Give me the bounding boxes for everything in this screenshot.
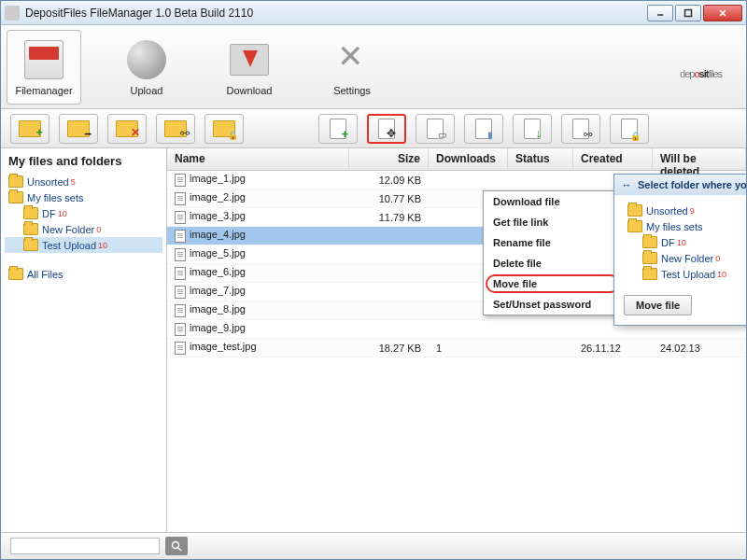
file-link-button[interactable]	[561, 114, 600, 144]
context-menu-item[interactable]: Set/Unset password	[484, 294, 622, 315]
cabinet-icon	[21, 37, 66, 82]
folder-icon	[627, 220, 642, 232]
context-menu-item[interactable]: Get file link	[484, 212, 622, 232]
dialog-tree-item[interactable]: DF10	[624, 234, 746, 250]
delete-file-button[interactable]	[464, 114, 503, 144]
move-file-button[interactable]	[367, 114, 406, 144]
file-icon	[175, 192, 186, 205]
search-button[interactable]	[165, 537, 188, 555]
file-move-icon	[378, 119, 395, 139]
count-badge: 10	[717, 270, 726, 279]
action-toolbar	[1, 109, 746, 148]
folder-minus-icon	[67, 120, 90, 137]
tab-upload[interactable]: Upload	[109, 30, 184, 105]
col-status[interactable]: Status	[508, 148, 573, 170]
file-icon	[175, 230, 186, 243]
dialog-tree-item[interactable]: Test Upload10	[624, 266, 746, 282]
brand-logo: depositfiles	[680, 49, 722, 85]
file-icon	[175, 323, 186, 336]
tree-label: My files sets	[646, 221, 703, 232]
tree-label: Unsorted	[27, 176, 69, 188]
folder-icon	[23, 239, 38, 251]
file-icon	[175, 267, 186, 280]
context-menu: Download fileGet file linkRename fileDel…	[483, 190, 623, 315]
cell-name: image_8.jpg	[167, 303, 349, 316]
close-button[interactable]	[703, 5, 742, 21]
statusbar	[1, 533, 746, 559]
search-icon	[171, 540, 182, 552]
dialog-tree-item[interactable]: Unsorted9	[624, 203, 746, 218]
dialog-title: Select folder where you want to move fil…	[638, 179, 746, 190]
search-input[interactable]	[10, 538, 160, 554]
count-badge: 0	[96, 225, 101, 234]
file-plus-icon	[330, 119, 346, 139]
folder-lock-button[interactable]	[204, 114, 244, 144]
sidebar-item[interactable]: Unsorted5	[5, 174, 162, 189]
cell-name: image_3.jpg	[167, 210, 349, 223]
sidebar-item[interactable]: New Folder0	[5, 221, 162, 237]
file-list: Name Size Downloads Status Created Will …	[167, 148, 746, 532]
move-file-confirm-button[interactable]: Move file	[624, 295, 692, 315]
file-list-header: Name Size Downloads Status Created Will …	[167, 148, 746, 171]
dialog-tree-item[interactable]: New Folder0	[624, 250, 746, 266]
window-controls	[647, 5, 742, 21]
file-icon	[175, 174, 186, 187]
dialog-tree-item[interactable]: My files sets	[624, 218, 746, 234]
cell-size: 10.77 KB	[349, 193, 429, 204]
rename-folder-button[interactable]	[59, 114, 98, 144]
file-link-icon	[572, 119, 589, 139]
col-size[interactable]: Size	[349, 148, 429, 170]
context-menu-item[interactable]: Move file	[484, 273, 622, 294]
cell-name: image_5.jpg	[167, 247, 349, 260]
file-icon	[175, 304, 186, 317]
cell-size: 11.79 KB	[349, 212, 429, 223]
context-menu-item[interactable]: Delete file	[484, 253, 622, 273]
file-lock-button[interactable]	[610, 114, 649, 144]
table-row[interactable]: image_test.jpg 18.27 KB 1 26.11.12 24.02…	[167, 339, 746, 357]
globe-icon	[124, 37, 169, 82]
maximize-button[interactable]	[675, 5, 701, 21]
new-folder-button[interactable]	[10, 114, 49, 144]
cell-name: image_7.jpg	[167, 285, 349, 298]
count-badge: 9	[690, 206, 695, 216]
tree-label: My files sets	[27, 192, 84, 203]
minimize-button[interactable]	[647, 5, 673, 21]
col-created[interactable]: Created	[573, 148, 653, 170]
file-icon	[175, 342, 186, 355]
cell-name: image_2.jpg	[167, 191, 349, 204]
download-file-button[interactable]	[513, 114, 552, 144]
tools-icon	[330, 37, 374, 82]
tab-label: Filemanager	[15, 85, 72, 96]
window-title: DepositFiles FileManager 1.0 Beta Build …	[25, 7, 647, 20]
cell-name: image_4.jpg	[167, 229, 349, 242]
tree-label: DF	[661, 237, 675, 248]
cell-name: image_test.jpg	[167, 341, 349, 354]
col-downloads[interactable]: Downloads	[429, 148, 508, 170]
rename-file-button[interactable]	[416, 114, 455, 144]
sidebar-item[interactable]: DF10	[5, 205, 162, 221]
tab-filemanager[interactable]: Filemanager	[7, 30, 81, 105]
move-file-dialog: ↔ Select folder where you want to move f…	[613, 174, 746, 326]
tree-label: DF	[42, 208, 56, 219]
delete-folder-button[interactable]	[107, 114, 147, 144]
file-icon	[175, 248, 186, 261]
context-menu-item[interactable]: Download file	[484, 191, 622, 212]
tab-download[interactable]: Download	[212, 30, 287, 105]
context-menu-item[interactable]: Rename file	[484, 232, 622, 253]
sidebar-item-allfiles[interactable]: All Files	[5, 266, 162, 282]
tree-label: Test Upload	[42, 240, 96, 251]
col-name[interactable]: Name	[167, 148, 349, 170]
sidebar-item[interactable]: My files sets	[5, 189, 162, 205]
cell-size: 18.27 KB	[349, 343, 429, 354]
tab-settings[interactable]: Settings	[315, 30, 389, 105]
folder-icon	[642, 236, 657, 248]
tab-label: Upload	[131, 85, 163, 96]
move-icon: ↔	[620, 178, 633, 191]
tab-label: Download	[227, 85, 273, 96]
svg-point-6	[173, 542, 179, 549]
sidebar-item[interactable]: Test Upload10	[5, 237, 162, 253]
col-deleted[interactable]: Will be deleted	[653, 148, 746, 170]
folder-link-button[interactable]	[156, 114, 195, 144]
dialog-titlebar: ↔ Select folder where you want to move f…	[614, 175, 746, 195]
new-file-button[interactable]	[318, 114, 358, 144]
